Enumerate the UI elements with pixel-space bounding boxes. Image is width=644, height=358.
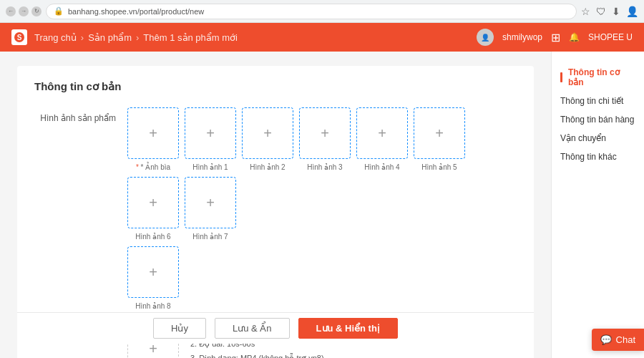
sidebar-nav-basic-info-label: Thông tin cơ bản (568, 67, 635, 87)
sidebar-nav-detail-info-label: Thông tin chi tiết (560, 96, 623, 106)
chat-button[interactable]: 💬 Chat (592, 329, 644, 351)
sidebar-nav-sales-info[interactable]: Thông tin bán hàng (560, 110, 635, 129)
sidebar-nav-other-info[interactable]: Thông tin khác (560, 147, 635, 166)
save-show-button[interactable]: Lưu & Hiển thị (298, 318, 398, 339)
image-upload-1[interactable]: + (185, 107, 236, 159)
image-label-8: Hình ảnh 8 (135, 302, 170, 310)
image-label-2: Hình ảnh 2 (250, 163, 285, 171)
video-hint-3: 3. Định dạng: MP4 (không hỗ trợ vp8) (190, 352, 448, 358)
header-right: 👤 shmilywop ⊞ 🔔 SHOPEE U (477, 29, 633, 46)
featured-image-upload[interactable]: + (127, 107, 179, 159)
plus-icon: + (435, 126, 444, 140)
username: shmilywop (502, 32, 542, 42)
address-bar[interactable]: 🔒 banhang.shopee.vn/portal/product/new (46, 4, 577, 19)
svg-text:S: S (17, 34, 22, 42)
featured-image-label: * * Ảnh bìa (136, 163, 170, 171)
image-upload-3[interactable]: + (299, 107, 351, 159)
breadcrumb-home[interactable]: Trang chủ (34, 32, 77, 43)
image-upload-5[interactable]: + (414, 107, 465, 159)
sidebar-nav-other-info-label: Thông tin khác (560, 152, 617, 162)
breadcrumb-sep-1: › (81, 32, 84, 43)
download-icon[interactable]: ⬇ (612, 6, 620, 17)
image-grid: + * * Ảnh bìa + Hình ảnh 1 (127, 107, 517, 241)
lock-icon: 🔒 (54, 6, 64, 16)
plus-icon: + (206, 126, 215, 140)
image-upload-4[interactable]: + (356, 107, 408, 159)
avatar: 👤 (477, 29, 494, 46)
product-images-content: + * * Ảnh bìa + Hình ảnh 1 (127, 107, 517, 310)
image-upload-7[interactable]: + (185, 177, 236, 228)
image-upload-8[interactable]: + (127, 246, 179, 298)
sidebar-nav-shipping[interactable]: Vận chuyển (560, 129, 635, 147)
breadcrumb: Trang chủ › Sản phẩm › Thêm 1 sản phẩm m… (34, 32, 238, 43)
browser-controls: ← → ↻ (6, 6, 42, 16)
right-sidebar: Thông tin cơ bản Thông tin chi tiết Thôn… (551, 52, 644, 358)
content-area: Thông tin cơ bản Hình ảnh sản phẩm + * *… (0, 52, 551, 358)
image-label-3: Hình ảnh 3 (307, 163, 342, 171)
shopee-header: S Trang chủ › Sản phẩm › Thêm 1 sản phẩm… (0, 23, 644, 52)
logo-icon: S (11, 29, 27, 45)
star-icon[interactable]: ☆ (581, 6, 590, 17)
shopee-label: SHOPEE U (588, 32, 633, 42)
url-text: banhang.shopee.vn/portal/product/new (68, 7, 204, 16)
plus-icon: + (206, 195, 215, 210)
product-images-label: Hình ảnh sản phẩm (34, 107, 127, 123)
section-title: Thông tin cơ bản (34, 80, 517, 93)
image-upload-6[interactable]: + (127, 177, 179, 228)
bell-icon[interactable]: 🔔 (569, 32, 580, 42)
sidebar-nav-basic-info[interactable]: Thông tin cơ bản (560, 63, 635, 92)
cancel-button[interactable]: Hủy (153, 318, 206, 339)
chat-label: Chat (616, 334, 635, 345)
action-bar: Hủy Lưu & Ẩn Lưu & Hiển thị (17, 312, 534, 344)
sidebar-nav-detail-info[interactable]: Thông tin chi tiết (560, 92, 635, 110)
plus-icon: + (378, 126, 386, 140)
image-label-5: Hình ảnh 5 (421, 163, 457, 171)
shield-icon[interactable]: 🛡 (596, 6, 606, 17)
breadcrumb-current: Thêm 1 sản phẩm mới (143, 32, 238, 43)
shopee-logo: S (11, 29, 27, 45)
image-label-1: Hình ảnh 1 (192, 163, 228, 171)
browser-bar: ← → ↻ 🔒 banhang.shopee.vn/portal/product… (0, 0, 644, 23)
sidebar-nav-shipping-label: Vận chuyển (560, 133, 606, 143)
chat-icon: 💬 (600, 334, 612, 345)
plus-icon: + (149, 265, 157, 279)
image-label-4: Hình ảnh 4 (364, 163, 399, 171)
breadcrumb-sep-2: › (136, 32, 139, 43)
browser-icons: ☆ 🛡 ⬇ 👤 (581, 6, 638, 17)
image-label-6: Hình ảnh 6 (135, 233, 170, 241)
product-images-row: Hình ảnh sản phẩm + * * Ảnh bìa (34, 107, 517, 310)
profile-icon[interactable]: 👤 (626, 6, 638, 17)
forward-button[interactable]: → (19, 6, 29, 16)
main-layout: Thông tin cơ bản Hình ảnh sản phẩm + * *… (0, 52, 644, 358)
reload-button[interactable]: ↻ (31, 6, 42, 16)
plus-icon: + (321, 126, 329, 140)
breadcrumb-products[interactable]: Sản phẩm (88, 32, 132, 43)
back-button[interactable]: ← (6, 6, 16, 16)
plus-icon: + (263, 126, 272, 140)
sidebar-nav-sales-info-label: Thông tin bán hàng (560, 115, 634, 125)
plus-icon: + (149, 195, 157, 210)
plus-icon: + (149, 126, 157, 140)
grid-icon[interactable]: ⊞ (551, 31, 560, 44)
image-label-7: Hình ảnh 7 (192, 233, 228, 241)
image-upload-2[interactable]: + (242, 107, 293, 159)
save-hide-button[interactable]: Lưu & Ẩn (215, 318, 290, 339)
